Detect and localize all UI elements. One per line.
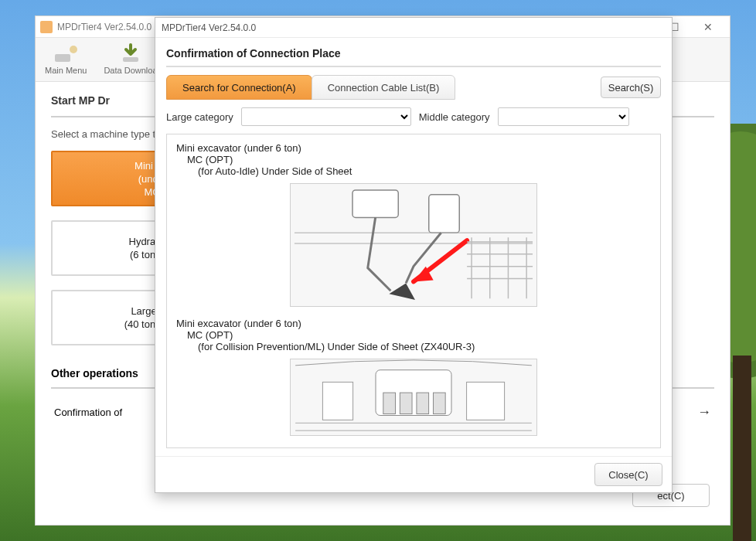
main-menu-button[interactable]: Main Menu [45, 43, 87, 75]
main-menu-label: Main Menu [45, 66, 87, 75]
connection-dialog: MPDrTier4 Ver2.54.0.0 Confirmation of Co… [155, 17, 673, 493]
search-button[interactable]: Search(S) [601, 77, 661, 98]
result-subcategory: MC (OPT) [187, 154, 651, 165]
connection-diagram [290, 183, 537, 307]
data-download-label: Data Downloa [104, 66, 157, 75]
svg-rect-13 [417, 393, 429, 413]
result-category: Mini excavator (under 6 ton) [176, 318, 651, 329]
svg-rect-7 [429, 195, 460, 233]
download-icon [117, 43, 144, 64]
svg-rect-14 [433, 393, 445, 413]
svg-point-4 [70, 46, 77, 53]
tab-search-label: Search for Connection(A) [182, 82, 296, 94]
tab-cable-label: Connection Cable List(B) [328, 82, 440, 94]
svg-rect-3 [55, 54, 70, 62]
middle-category-select[interactable] [498, 107, 629, 126]
large-category-label: Large category [166, 111, 233, 123]
result-subcategory: MC (OPT) [187, 329, 651, 341]
tab-cable-list[interactable]: Connection Cable List(B) [312, 75, 456, 100]
result-detail: (for Collision Prevention/ML) Under Side… [198, 341, 651, 352]
svg-rect-6 [352, 190, 398, 218]
app-icon [40, 21, 53, 33]
data-download-button[interactable]: Data Downloa [104, 43, 157, 75]
dialog-title: MPDrTier4 Ver2.54.0.0 [162, 22, 256, 33]
filter-row: Large category Middle category [166, 107, 661, 126]
close-button[interactable]: Close(C) [594, 463, 662, 486]
confirmation-label: Confirmation of [54, 407, 122, 418]
result-category: Mini excavator (under 6 ton) [176, 142, 651, 154]
dialog-heading-divider [166, 66, 661, 67]
close-window-button[interactable]: ✕ [691, 17, 725, 37]
svg-rect-11 [383, 393, 396, 413]
arrow-right-icon: → [697, 404, 711, 420]
svg-rect-2 [733, 356, 751, 541]
search-button-label: Search(S) [608, 82, 654, 94]
svg-marker-8 [389, 283, 415, 300]
tab-search-connection[interactable]: Search for Connection(A) [166, 75, 312, 100]
results-panel[interactable]: Mini excavator (under 6 ton) MC (OPT) (f… [166, 134, 661, 448]
svg-rect-12 [400, 393, 412, 413]
main-menu-icon [53, 43, 79, 64]
dialog-footer: Close(C) [155, 456, 672, 492]
svg-rect-16 [467, 382, 505, 420]
tab-row: Search for Connection(A) Connection Cabl… [166, 75, 661, 100]
result-item: Mini excavator (under 6 ton) MC (OPT) (f… [176, 318, 651, 436]
dialog-title-bar[interactable]: MPDrTier4 Ver2.54.0.0 [155, 18, 672, 38]
svg-rect-15 [322, 382, 352, 420]
large-category-select[interactable] [241, 107, 411, 126]
result-detail: (for Auto-Idle) Under Side of Sheet [198, 165, 651, 177]
connection-diagram [290, 359, 537, 436]
middle-category-label: Middle category [419, 111, 490, 123]
result-item: Mini excavator (under 6 ton) MC (OPT) (f… [176, 142, 651, 307]
svg-rect-5 [123, 57, 138, 62]
close-button-label: Close(C) [608, 469, 648, 481]
dialog-heading: Confirmation of Connection Place [166, 47, 661, 60]
